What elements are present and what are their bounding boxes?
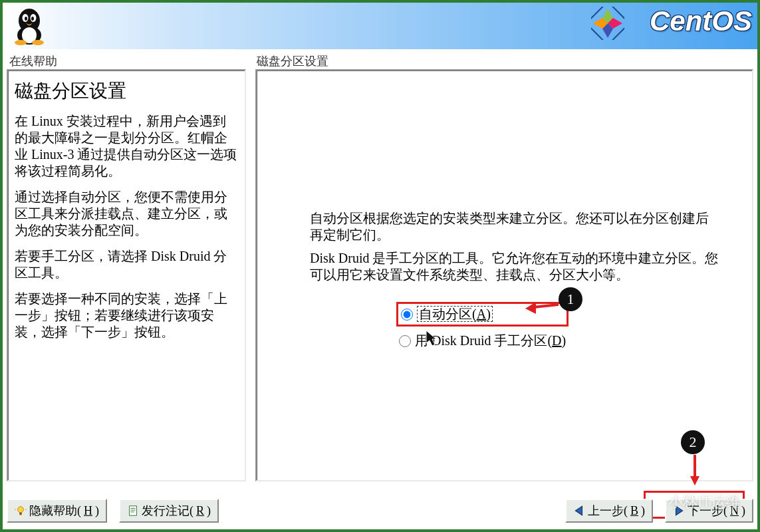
header-bar: CentOS xyxy=(3,3,757,49)
svg-marker-14 xyxy=(690,476,699,485)
radio-auto-label: 自动分区(A) xyxy=(417,305,493,323)
svg-rect-19 xyxy=(130,506,137,515)
radio-manual-input[interactable] xyxy=(399,335,411,347)
help-section-label: 在线帮助 xyxy=(9,53,57,69)
radio-manual-partition[interactable]: 用 Disk Druid 手工分区(D) xyxy=(396,331,569,351)
arrow-down-red-icon xyxy=(689,455,701,487)
paw-icon xyxy=(650,495,664,509)
svg-marker-23 xyxy=(575,506,582,515)
svg-point-27 xyxy=(660,497,663,501)
main-paragraph: Disk Druid 是手工分区的工具。它允许您在互动的环境中建立分区。您可以用… xyxy=(310,250,719,283)
help-paragraph: 若要手工分区，请选择 Disk Druid 分区工具。 xyxy=(15,248,238,281)
hide-help-button[interactable]: 隐藏帮助(H) xyxy=(7,499,107,523)
svg-line-10 xyxy=(533,305,559,307)
svg-marker-11 xyxy=(525,302,536,314)
brand-text: CentOS xyxy=(650,5,752,37)
bottom-bar: 隐藏帮助(H) 发行注记(R) 上一步(B) 下一步(N) xyxy=(7,496,753,525)
back-button[interactable]: 上一步(B) xyxy=(565,499,653,523)
tux-icon xyxy=(3,3,56,49)
main-panel: 自动分区根据您选定的安装类型来建立分区。您还可以在分区创建后再定制它们。 Dis… xyxy=(255,69,753,481)
svg-point-26 xyxy=(656,496,659,499)
main-section-label: 磁盘分区设置 xyxy=(257,53,328,69)
cursor-icon xyxy=(426,330,439,347)
triangle-left-icon xyxy=(573,505,585,517)
svg-point-6 xyxy=(31,17,34,21)
help-paragraph: 若要选择一种不同的安装，选择「上一步」按钮；若要继续进行该项安装，选择「下一步」… xyxy=(15,291,238,340)
svg-point-15 xyxy=(18,507,24,513)
document-icon xyxy=(127,505,139,517)
help-panel: 磁盘分区设置 在 Linux 安装过程中，新用户会遇到的最大障碍之一是划分分区。… xyxy=(7,69,246,481)
centos-logo-icon xyxy=(591,7,624,43)
svg-point-5 xyxy=(25,17,27,21)
watermark: 小林IT运维 xyxy=(650,492,740,512)
svg-rect-16 xyxy=(19,513,22,515)
svg-point-28 xyxy=(654,501,661,507)
callout-badge-1: 1 xyxy=(559,287,582,311)
svg-point-7 xyxy=(15,40,27,45)
main-paragraph: 自动分区根据您选定的安装类型来建立分区。您还可以在分区创建后再定制它们。 xyxy=(310,210,719,243)
svg-point-25 xyxy=(652,497,656,501)
svg-point-8 xyxy=(32,40,44,45)
help-paragraph: 通过选择自动分区，您便不需使用分区工具来分派挂载点、建立分区，或为您的安装分配空… xyxy=(15,189,238,239)
arrow-red-icon xyxy=(525,298,560,314)
help-title: 磁盘分区设置 xyxy=(15,78,238,104)
callout-badge-2: 2 xyxy=(681,430,705,454)
radio-auto-input[interactable] xyxy=(401,309,413,321)
lightbulb-icon xyxy=(15,505,27,517)
release-notes-button[interactable]: 发行注记(R) xyxy=(119,499,219,523)
help-paragraph: 在 Linux 安装过程中，新用户会遇到的最大障碍之一是划分分区。红帽企业 Li… xyxy=(15,113,238,180)
svg-marker-12 xyxy=(426,331,436,346)
